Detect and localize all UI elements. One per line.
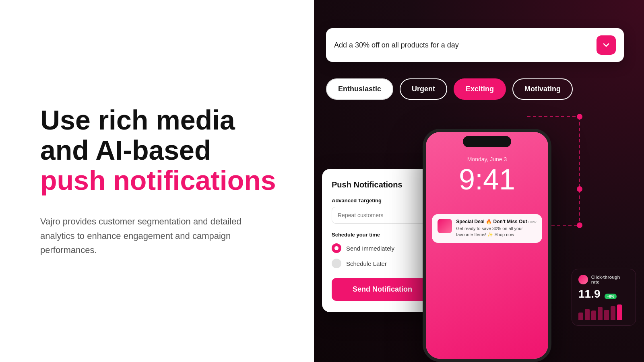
send-notification-button[interactable]: Send Notification <box>332 278 433 301</box>
send-immediately-radio[interactable] <box>332 243 341 253</box>
bar-3 <box>598 307 603 320</box>
phone-notch <box>463 136 511 147</box>
notif-app-icon <box>438 219 452 233</box>
ctr-header: Click-through rate <box>578 275 629 284</box>
tone-btn-enthusiastic[interactable]: Enthusiastic <box>326 78 393 100</box>
svg-point-3 <box>577 186 582 192</box>
tone-btn-urgent[interactable]: Urgent <box>400 78 447 100</box>
phone-date: Monday, June 3 <box>467 156 507 162</box>
notif-input-bar[interactable]: Add a 30% off on all products for a day <box>326 28 624 62</box>
phone-time: 9:41 <box>459 165 515 194</box>
ctr-card: Click-through rate 11.9 +8% <box>572 269 636 326</box>
phone-screen: Monday, June 3 9:41 Special Deal 🔥 Don't… <box>426 132 548 359</box>
push-card-title: Push Notifications <box>332 180 433 189</box>
chevron-down-icon <box>602 41 610 49</box>
schedule-later-radio[interactable] <box>332 259 341 268</box>
bar-2 <box>591 311 596 320</box>
schedule-label: Schedule your time <box>332 232 433 238</box>
notif-input-btn[interactable] <box>597 35 616 55</box>
subtext: Vajro provides customer segmentation and… <box>40 214 266 257</box>
right-panel: Add a 30% off on all products for a day … <box>314 0 644 362</box>
ctr-value: 11.9 <box>578 288 601 300</box>
phone-notification: Special Deal 🔥 Don't Miss Out now Get re… <box>432 214 542 243</box>
tone-btn-motivating[interactable]: Motivating <box>512 78 573 100</box>
notif-input-text: Add a 30% off on all products for a day <box>334 41 592 49</box>
schedule-later-label: Schedule Later <box>346 260 387 267</box>
bar-4 <box>604 310 609 320</box>
notif-title: Special Deal 🔥 Don't Miss Out <box>456 219 527 224</box>
bar-1 <box>585 309 590 320</box>
targeting-input[interactable] <box>332 207 433 224</box>
notif-content: Special Deal 🔥 Don't Miss Out now Get re… <box>456 219 537 238</box>
tone-btn-exciting[interactable]: Exciting <box>454 78 506 100</box>
ctr-badge: +8% <box>605 294 617 299</box>
targeting-label: Advanced Targeting <box>332 197 433 204</box>
ctr-avatar <box>578 275 588 284</box>
ctr-bar-chart <box>578 304 629 320</box>
notif-body: Get ready to save 30% on all your favour… <box>456 226 537 238</box>
svg-point-2 <box>577 114 582 119</box>
headline-line1: Use rich media <box>40 105 235 135</box>
bar-5 <box>611 306 615 320</box>
tone-row: Enthusiastic Urgent Exciting Motivating <box>314 78 644 100</box>
send-immediately-row[interactable]: Send Immediately <box>332 243 433 253</box>
send-immediately-label: Send Immediately <box>346 245 394 252</box>
left-panel: Use rich media and AI-based push notific… <box>0 0 314 362</box>
phone-mockup: Monday, June 3 9:41 Special Deal 🔥 Don't… <box>423 129 551 362</box>
ctr-value-row: 11.9 +8% <box>578 288 629 300</box>
svg-point-4 <box>577 222 582 228</box>
main-headline: Use rich media and AI-based push notific… <box>40 105 282 195</box>
ctr-label: Click-through rate <box>591 275 629 284</box>
schedule-later-row[interactable]: Schedule Later <box>332 259 433 268</box>
bar-6 <box>617 304 622 320</box>
notif-timestamp: now <box>528 219 537 224</box>
bar-0 <box>578 313 583 320</box>
notif-header: Special Deal 🔥 Don't Miss Out now <box>456 219 537 224</box>
headline-pink: push notifications <box>40 165 276 195</box>
headline-line2: and AI-based <box>40 135 211 165</box>
